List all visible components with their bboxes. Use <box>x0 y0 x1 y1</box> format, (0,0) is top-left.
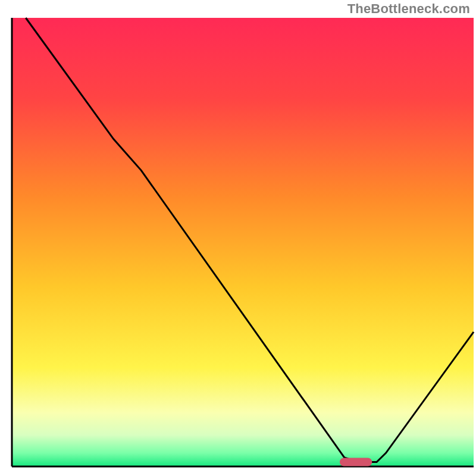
optimum-marker <box>340 458 372 466</box>
bottleneck-chart <box>0 0 476 476</box>
plot-background <box>12 18 474 466</box>
chart-container: TheBottleneck.com <box>0 0 476 476</box>
